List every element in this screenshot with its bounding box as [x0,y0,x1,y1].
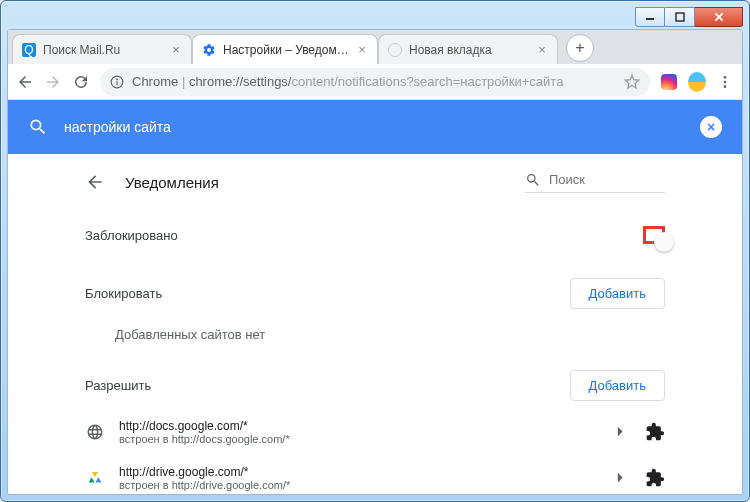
tab-settings[interactable]: Настройки – Уведомления × [192,34,378,64]
allow-site-list: http://docs.google.com/*встроен в http:/… [85,409,665,494]
back-arrow-button[interactable] [85,172,109,192]
drive-icon [85,468,105,488]
extension-icon[interactable] [645,422,665,442]
browser-window: Q Поиск Mail.Ru × Настройки – Уведомлени… [7,29,743,495]
site-text: http://drive.google.com/*встроен в http:… [119,465,597,491]
clear-search-button[interactable]: × [700,116,722,138]
site-details-button[interactable] [611,472,631,484]
block-section-label: Блокировать [85,286,162,301]
header-row: Уведомления [85,154,665,210]
site-text: http://docs.google.com/*встроен в http:/… [119,419,597,445]
extension-icon[interactable] [645,468,665,488]
svg-point-7 [724,76,727,79]
add-block-button[interactable]: Добавить [570,278,665,309]
site-info-icon[interactable] [110,75,124,89]
blocked-state-row: Заблокировано [85,210,665,260]
window-close-button[interactable] [695,7,743,27]
allow-section-header: Разрешить Добавить [85,352,665,409]
url-text: Chrome | chrome://settings/content/notif… [132,74,563,89]
address-bar[interactable]: Chrome | chrome://settings/content/notif… [100,68,650,96]
site-url: http://docs.google.com/* [119,419,597,433]
tab-title: Настройки – Уведомления [223,43,355,57]
search-query-text: настройки сайта [64,119,171,135]
window-minimize-button[interactable] [635,7,665,27]
svg-point-5 [116,78,118,80]
tab-close-icon[interactable]: × [169,43,183,57]
back-button[interactable] [16,73,34,91]
tab-close-icon[interactable]: × [535,43,549,57]
settings-page: настройки сайта × Уведомления [8,100,742,494]
tab-strip: Q Поиск Mail.Ru × Настройки – Уведомлени… [8,30,742,64]
tab-newtab[interactable]: Новая вкладка × [378,34,558,64]
instagram-extension-icon[interactable] [660,73,678,91]
block-empty-text: Добавленных сайтов нет [85,317,665,352]
blocked-state-label: Заблокировано [85,228,178,243]
bookmark-star-icon[interactable] [624,74,640,90]
site-row[interactable]: http://drive.google.com/*встроен в http:… [85,455,665,494]
favicon-blank-icon [387,42,403,58]
forward-button[interactable] [44,73,62,91]
svg-point-8 [724,80,727,83]
new-tab-button[interactable]: + [566,34,594,62]
site-embed-text: встроен в http://drive.google.com/* [119,479,597,491]
browser-toolbar: Chrome | chrome://settings/content/notif… [8,64,742,100]
tab-title: Поиск Mail.Ru [43,43,169,57]
reload-button[interactable] [72,73,90,91]
search-icon [28,117,48,137]
favicon-settings-icon [201,42,217,58]
svg-point-9 [724,85,727,88]
tab-close-icon[interactable]: × [355,43,369,57]
svg-rect-1 [676,13,684,21]
globe-icon [85,422,105,442]
page-content: настройки сайта × Уведомления [8,100,742,494]
menu-button[interactable] [716,73,734,91]
window-maximize-button[interactable] [665,7,695,27]
page-search-input[interactable] [549,172,665,187]
site-row[interactable]: http://docs.google.com/*встроен в http:/… [85,409,665,455]
svg-rect-6 [116,81,117,85]
window-frame: Q Поиск Mail.Ru × Настройки – Уведомлени… [0,0,750,502]
page-title: Уведомления [125,174,219,191]
profile-avatar[interactable] [688,73,706,91]
allow-section-label: Разрешить [85,378,151,393]
site-details-button[interactable] [611,426,631,438]
page-search[interactable] [525,172,665,193]
tab-mailru[interactable]: Q Поиск Mail.Ru × [12,34,192,64]
site-embed-text: встроен в http://docs.google.com/* [119,433,597,445]
favicon-mailru-icon: Q [21,42,37,58]
block-section-header: Блокировать Добавить [85,260,665,317]
annotation-highlight [643,226,665,244]
search-icon [525,172,541,188]
site-url: http://drive.google.com/* [119,465,597,479]
tab-title: Новая вкладка [409,43,535,57]
search-banner: настройки сайта × [8,100,742,154]
add-allow-button[interactable]: Добавить [570,370,665,401]
window-titlebar [7,7,743,29]
